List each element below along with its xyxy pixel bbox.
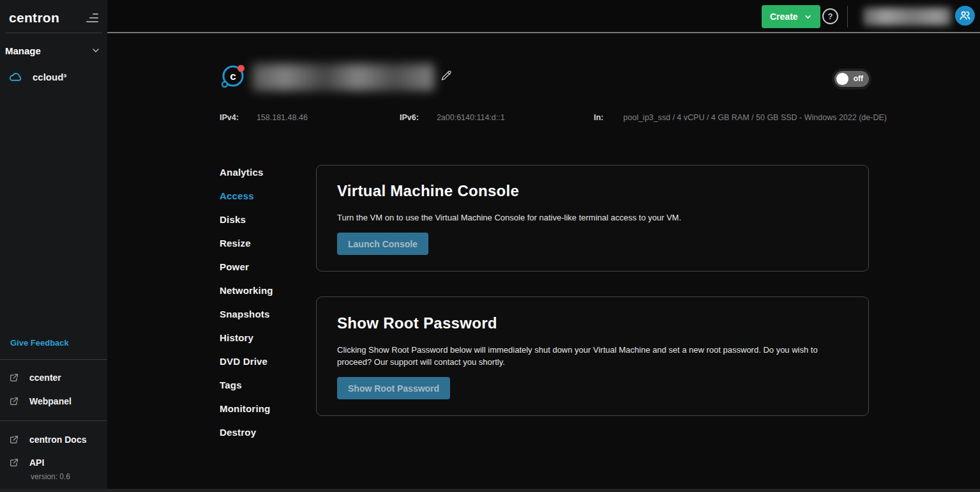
sidebar-link-label: ccenter (29, 373, 61, 383)
sidebar-divider (0, 420, 107, 421)
sidebar-divider (0, 359, 107, 360)
toggle-state-label: off (854, 71, 863, 87)
tab-monitoring[interactable]: Monitoring (220, 404, 273, 414)
ipv6-value: 2a00:6140:114:d::1 (437, 113, 505, 122)
tab-tags[interactable]: Tags (220, 380, 273, 390)
plan-value: pool_ip3_ssd / 4 vCPU / 4 GB RAM / 50 GB… (623, 113, 887, 122)
tab-resize[interactable]: Resize (220, 238, 273, 249)
sidebar-link-docs[interactable]: centron Docs (0, 432, 107, 447)
vm-name-redacted (252, 64, 434, 91)
manage-label: Manage (5, 45, 41, 56)
main-content: c off IPv4: 158.181.48.46 IPv6: 2a00:614… (107, 33, 980, 492)
ipv4-label: IPv4: (220, 113, 239, 122)
root-password-card-description: Clicking Show Root Password below will i… (337, 344, 848, 368)
ipv6-info: IPv6: 2a00:6140:114:d::1 (400, 113, 505, 122)
root-password-card: Show Root Password Clicking Show Root Pa… (316, 296, 869, 416)
external-link-icon (9, 434, 19, 445)
vm-avatar-icon: c (220, 63, 246, 89)
sidebar-link-label: API (29, 457, 44, 468)
ipv4-value: 158.181.48.46 (257, 113, 308, 122)
sidebar: centron Manage ccloud³ Give Feedback cce… (0, 0, 107, 492)
ipv6-label: IPv6: (400, 113, 419, 122)
users-icon (959, 10, 971, 22)
console-card-description: Turn the VM on to use the Virtual Machin… (337, 211, 848, 224)
give-feedback-link[interactable]: Give Feedback (10, 338, 69, 348)
sidebar-link-api[interactable]: API (0, 455, 107, 470)
sidebar-divider (5, 33, 102, 33)
tab-dvd-drive[interactable]: DVD Drive (220, 357, 273, 367)
username-redacted (863, 8, 951, 26)
sidebar-section-manage[interactable]: Manage (5, 43, 101, 58)
chevron-down-icon (91, 45, 101, 56)
tab-history[interactable]: History (220, 333, 273, 343)
root-password-card-title: Show Root Password (337, 315, 848, 332)
launch-console-button[interactable]: Launch Console (337, 233, 428, 255)
edit-name-icon[interactable] (441, 70, 453, 82)
show-root-password-button[interactable]: Show Root Password (337, 377, 450, 399)
vm-subnav: Analytics Access Disks Resize Power Netw… (220, 167, 273, 451)
tab-power[interactable]: Power (220, 262, 273, 272)
tab-snapshots[interactable]: Snapshots (220, 309, 273, 319)
tab-analytics[interactable]: Analytics (220, 167, 273, 178)
external-link-icon (9, 373, 19, 383)
sidebar-link-label: Webpanel (29, 396, 72, 406)
horizontal-scrollbar[interactable] (0, 489, 980, 492)
sidebar-link-label: centron Docs (29, 434, 86, 445)
tab-destroy[interactable]: Destroy (220, 427, 273, 438)
toggle-knob (836, 73, 848, 85)
tab-disks[interactable]: Disks (220, 215, 273, 225)
sidebar-link-webpanel[interactable]: Webpanel (0, 394, 107, 409)
tab-networking[interactable]: Networking (220, 286, 273, 296)
api-version-label: version: 0.6 (31, 472, 70, 481)
external-link-icon (9, 457, 19, 468)
tab-access[interactable]: Access (220, 191, 273, 201)
console-card-title: Virtual Machine Console (337, 183, 848, 199)
top-bar: Create ? (107, 0, 980, 33)
power-toggle[interactable]: off (834, 71, 869, 87)
svg-text:c: c (230, 70, 236, 82)
sidebar-link-ccenter[interactable]: ccenter (0, 370, 107, 385)
create-button[interactable]: Create (762, 5, 820, 28)
create-button-label: Create (770, 12, 798, 22)
plan-label: In: (594, 113, 603, 122)
sidebar-item-ccloud[interactable]: ccloud³ (0, 68, 107, 86)
chevron-down-icon (804, 13, 812, 21)
menu-collapse-icon[interactable] (86, 13, 98, 22)
plan-info: In: pool_ip3_ssd / 4 vCPU / 4 GB RAM / 5… (594, 113, 887, 122)
ipv4-info: IPv4: 158.181.48.46 (220, 113, 308, 122)
account-menu-button[interactable] (955, 6, 975, 26)
header-divider (847, 6, 848, 27)
external-link-icon (9, 396, 19, 406)
help-icon[interactable]: ? (822, 8, 838, 24)
console-card: Virtual Machine Console Turn the VM on t… (316, 165, 869, 272)
sidebar-item-label: ccloud³ (33, 72, 66, 82)
brand-logo: centron (9, 10, 59, 26)
cloud-icon (9, 70, 22, 84)
